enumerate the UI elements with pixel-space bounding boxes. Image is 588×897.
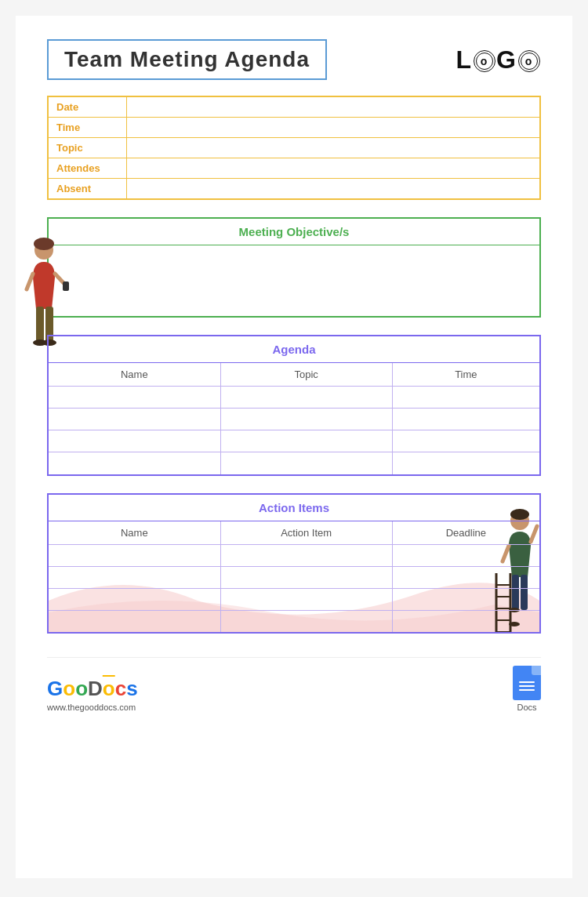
logo-o2-letter: o	[75, 677, 88, 700]
agenda-row	[49, 409, 539, 430]
info-row: Absent	[48, 179, 540, 200]
gooddocs-logo: GooDocs	[47, 677, 138, 701]
action-col-header: Name	[49, 521, 220, 545]
page-title: Team Meeting Agenda	[47, 39, 327, 80]
agenda-topic[interactable]	[220, 409, 392, 430]
info-row: Date	[48, 96, 540, 118]
info-row: Attendes	[48, 158, 540, 179]
agenda-time[interactable]	[392, 409, 539, 430]
objectives-content[interactable]	[49, 245, 539, 316]
action-col-header: Deadline	[392, 521, 539, 545]
agenda-topic[interactable]	[220, 452, 392, 474]
action-deadline[interactable]	[392, 566, 539, 588]
logo-g: G	[496, 45, 517, 74]
docs-label: Docs	[517, 703, 536, 712]
docs-icon-image	[513, 666, 541, 700]
footer: GooDocs www.thegooddocs.com Docs	[47, 657, 541, 712]
agenda-time[interactable]	[392, 387, 539, 409]
agenda-col-header: Topic	[220, 363, 392, 387]
action-item[interactable]	[220, 566, 392, 588]
objectives-section: Meeting Objective/s	[47, 217, 541, 318]
info-table: DateTimeTopicAttendesAbsent	[47, 96, 541, 200]
footer-url: www.thegooddocs.com	[47, 703, 138, 712]
action-items-inner: Action Items NameAction ItemDeadline	[49, 495, 539, 633]
docs-icon-lines	[519, 681, 535, 691]
objectives-title: Meeting Objective/s	[49, 219, 539, 245]
logo: LoGo	[456, 45, 541, 74]
header: Team Meeting Agenda LoGo	[47, 39, 541, 80]
agenda-table: NameTopicTime	[49, 363, 539, 474]
logo-separator: D	[88, 677, 103, 700]
info-value[interactable]	[126, 158, 540, 179]
action-row	[49, 544, 539, 566]
info-value[interactable]	[126, 179, 540, 200]
agenda-topic[interactable]	[220, 430, 392, 452]
info-value[interactable]	[126, 138, 540, 158]
info-label: Attendes	[48, 158, 126, 179]
agenda-col-header: Name	[49, 363, 220, 387]
action-name[interactable]	[49, 544, 220, 566]
logo-o2: o	[518, 50, 540, 72]
docs-line-1	[519, 681, 535, 683]
action-items-title: Action Items	[49, 495, 539, 521]
info-label: Absent	[48, 179, 126, 200]
svg-rect-4	[36, 307, 44, 342]
docs-line-2	[519, 685, 535, 687]
agenda-name[interactable]	[49, 387, 220, 409]
action-row	[49, 566, 539, 588]
logo-o1: o	[474, 50, 495, 72]
action-deadline[interactable]	[392, 610, 539, 632]
logo-d2-letter: o	[103, 677, 115, 700]
agenda-row	[49, 387, 539, 409]
agenda-col-header: Time	[392, 363, 539, 387]
info-row: Topic	[48, 138, 540, 158]
logo-g-letter: G	[47, 677, 63, 700]
logo-l: L	[456, 45, 474, 74]
docs-icon: Docs	[513, 666, 541, 712]
action-col-header: Action Item	[220, 521, 392, 545]
agenda-row	[49, 452, 539, 474]
svg-line-3	[27, 274, 33, 289]
svg-point-1	[34, 238, 54, 250]
svg-rect-8	[63, 281, 69, 291]
action-item[interactable]	[220, 544, 392, 566]
action-deadline[interactable]	[392, 544, 539, 566]
logo-c-letter: c	[115, 677, 126, 700]
info-row: Time	[48, 118, 540, 138]
agenda-name[interactable]	[49, 409, 220, 430]
agenda-section: Agenda NameTopicTime	[47, 335, 541, 476]
agenda-topic[interactable]	[220, 387, 392, 409]
docs-line-3	[519, 689, 535, 691]
info-value[interactable]	[126, 118, 540, 138]
info-value[interactable]	[126, 96, 540, 118]
agenda-time[interactable]	[392, 452, 539, 474]
info-label: Time	[48, 118, 126, 138]
action-name[interactable]	[49, 588, 220, 610]
agenda-title: Agenda	[49, 336, 539, 363]
action-deadline[interactable]	[392, 588, 539, 610]
info-label: Topic	[48, 138, 126, 158]
action-row	[49, 610, 539, 632]
action-name[interactable]	[49, 566, 220, 588]
agenda-name[interactable]	[49, 452, 220, 474]
logo-s-letter: s	[126, 677, 137, 700]
action-items-table: NameAction ItemDeadline	[49, 521, 539, 633]
action-items-section: Action Items NameAction ItemDeadline	[47, 493, 541, 634]
page: Team Meeting Agenda LoGo DateTimeTopicAt…	[16, 16, 572, 878]
agenda-time[interactable]	[392, 430, 539, 452]
action-name[interactable]	[49, 610, 220, 632]
action-item[interactable]	[220, 588, 392, 610]
info-label: Date	[48, 96, 126, 118]
agenda-row	[49, 430, 539, 452]
footer-brand: GooDocs www.thegooddocs.com	[47, 677, 138, 712]
action-row	[49, 588, 539, 610]
agenda-name[interactable]	[49, 430, 220, 452]
action-item[interactable]	[220, 610, 392, 632]
logo-o-letter: o	[63, 677, 75, 700]
